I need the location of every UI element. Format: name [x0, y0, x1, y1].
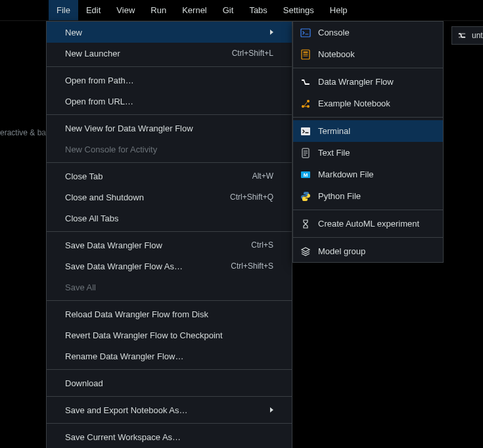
file-menu-item-new-view-for-data-wrangler-flow[interactable]: New View for Data Wrangler Flow: [47, 118, 292, 139]
menu-separator: [47, 300, 292, 301]
file-menu-item-download[interactable]: Download: [47, 372, 292, 393]
menu-item-label: Save Current Workspace As…: [65, 432, 273, 442]
menubar-spacer: [3, 0, 49, 20]
menu-item-label: New: [65, 28, 265, 37]
menubar-item-help[interactable]: Help: [322, 0, 356, 20]
submenu-arrow-icon: [270, 30, 273, 35]
new-submenu-item-create-automl-experiment[interactable]: Create AutoML experiment: [293, 213, 443, 235]
submenu-item-label: Terminal: [318, 126, 434, 136]
submenu-item-label: Notebook: [318, 49, 434, 59]
console-icon: [300, 27, 311, 39]
submenu-separator: [293, 210, 443, 210]
file-menu-item-save-and-export-notebook-as[interactable]: Save and Export Notebook As…: [47, 399, 292, 420]
menu-separator: [47, 369, 292, 370]
file-menu-item-save-data-wrangler-flow-as[interactable]: Save Data Wrangler Flow As…Ctrl+Shift+S: [47, 256, 292, 277]
submenu-item-label: Python File: [318, 191, 434, 201]
menu-item-accelerator: Ctrl+Shift+L: [232, 49, 273, 58]
submenu-item-label: Markdown File: [318, 169, 434, 179]
background-text-fragment: eractive & ba: [0, 128, 46, 137]
modelgroup-icon: [300, 246, 311, 258]
file-menu-item-close-tab[interactable]: Close TabAlt+W: [47, 166, 292, 187]
submenu-arrow-icon: [270, 407, 273, 413]
svg-rect-8: [301, 127, 310, 135]
menu-separator: [47, 423, 292, 424]
new-submenu-item-markdown-file[interactable]: MMarkdown File: [293, 164, 443, 185]
menubar-item-edit[interactable]: Edit: [78, 0, 108, 20]
menubar-item-kernel[interactable]: Kernel: [174, 0, 215, 20]
menubar-item-run[interactable]: Run: [143, 0, 174, 20]
new-submenu: ConsoleNotebookData Wrangler FlowExample…: [292, 21, 444, 263]
menu-separator: [47, 114, 292, 115]
file-menu-item-save-data-wrangler-flow[interactable]: Save Data Wrangler FlowCtrl+S: [47, 235, 292, 256]
python-icon: [300, 190, 311, 202]
notebook-icon: [300, 49, 311, 60]
menu-item-label: Reload Data Wrangler Flow from Disk: [65, 309, 273, 319]
submenu-item-label: Text File: [318, 148, 434, 158]
background-tab-label: unt: [472, 31, 483, 40]
menu-item-label: Close and Shutdown: [65, 192, 230, 202]
submenu-item-label: Model group: [318, 246, 434, 256]
new-submenu-item-text-file[interactable]: Text File: [293, 142, 443, 164]
svg-point-7: [307, 105, 310, 108]
file-menu-item-open-from-path[interactable]: Open from Path…: [47, 70, 292, 91]
menu-item-label: Close All Tabs: [65, 213, 273, 223]
menubar-item-git[interactable]: Git: [215, 0, 242, 20]
new-submenu-item-example-notebook[interactable]: Example Notebook: [293, 93, 443, 114]
menu-item-accelerator: Ctrl+Shift+Q: [230, 192, 273, 202]
menu-item-accelerator: Ctrl+S: [251, 240, 273, 250]
file-menu-item-save-all: Save All: [47, 277, 292, 298]
flow-icon: [300, 76, 311, 88]
menu-item-label: Close Tab: [65, 171, 252, 181]
submenu-item-label: Console: [318, 28, 434, 37]
new-submenu-item-model-group[interactable]: Model group: [293, 240, 443, 262]
file-menu-item-save-current-workspace-as[interactable]: Save Current Workspace As…: [47, 426, 292, 447]
file-menu-item-new-launcher[interactable]: New LauncherCtrl+Shift+L: [47, 43, 292, 64]
text-icon: [300, 147, 311, 159]
menu-item-label: Revert Data Wrangler Flow to Checkpoint: [65, 330, 273, 340]
new-submenu-item-data-wrangler-flow[interactable]: Data Wrangler Flow: [293, 71, 443, 93]
svg-point-6: [307, 100, 310, 102]
file-menu-item-rename-data-wrangler-flow[interactable]: Rename Data Wrangler Flow…: [47, 346, 292, 367]
menubar-item-view[interactable]: View: [108, 0, 143, 20]
file-menu-item-close-all-tabs[interactable]: Close All Tabs: [47, 208, 292, 229]
file-menu-item-open-from-url[interactable]: Open from URL…: [47, 91, 292, 112]
submenu-separator: [293, 68, 443, 68]
menu-item-label: Save Data Wrangler Flow: [65, 240, 251, 250]
menu-item-label: Download: [65, 378, 273, 388]
menu-separator: [47, 162, 292, 163]
menu-item-label: Save and Export Notebook As…: [65, 405, 265, 415]
svg-rect-2: [304, 51, 308, 53]
new-submenu-item-terminal[interactable]: Terminal: [293, 120, 443, 142]
file-menu-item-close-and-shutdown[interactable]: Close and ShutdownCtrl+Shift+Q: [47, 187, 292, 208]
menu-separator: [47, 396, 292, 397]
terminal-icon: [300, 125, 311, 137]
menu-item-label: New Launcher: [65, 49, 232, 58]
menubar-item-file[interactable]: File: [49, 0, 78, 20]
menu-item-label: Open from Path…: [65, 76, 273, 85]
file-menu-item-revert-data-wrangler-flow-to-checkpoint[interactable]: Revert Data Wrangler Flow to Checkpoint: [47, 325, 292, 346]
menu-separator: [47, 231, 292, 232]
svg-text:M: M: [304, 172, 308, 178]
menubar-item-tabs[interactable]: Tabs: [241, 0, 275, 20]
menu-item-label: Open from URL…: [65, 97, 273, 106]
markdown-icon: M: [300, 169, 311, 181]
automl-icon: [300, 218, 311, 230]
new-submenu-item-notebook[interactable]: Notebook: [293, 43, 443, 65]
menu-item-label: Rename Data Wrangler Flow…: [65, 351, 273, 361]
submenu-item-label: Example Notebook: [318, 99, 434, 108]
menu-item-label: New View for Data Wrangler Flow: [65, 123, 273, 133]
file-menu-item-new-console-for-activity: New Console for Activity: [47, 139, 292, 160]
file-menu-item-reload-data-wrangler-flow-from-disk[interactable]: Reload Data Wrangler Flow from Disk: [47, 303, 292, 325]
new-submenu-item-console[interactable]: Console: [293, 22, 443, 43]
submenu-item-label: Data Wrangler Flow: [318, 77, 434, 87]
submenu-item-label: Create AutoML experiment: [318, 219, 434, 229]
file-menu-item-new[interactable]: New: [47, 22, 292, 43]
submenu-separator: [293, 117, 443, 118]
background-tab[interactable]: unt: [451, 26, 483, 45]
svg-point-5: [302, 105, 304, 108]
menu-item-label: Save All: [65, 282, 273, 292]
file-menu-dropdown: NewNew LauncherCtrl+Shift+LOpen from Pat…: [46, 21, 292, 448]
new-submenu-item-python-file[interactable]: Python File: [293, 185, 443, 207]
example-icon: [300, 98, 311, 110]
menubar-item-settings[interactable]: Settings: [275, 0, 322, 20]
